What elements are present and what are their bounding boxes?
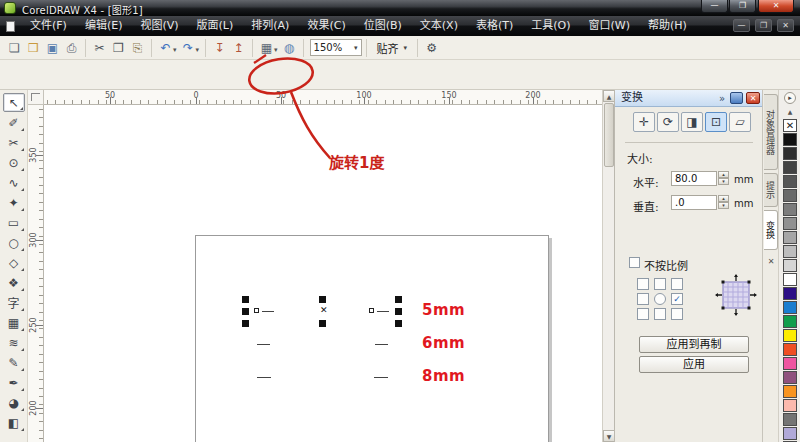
color-swatch[interactable]	[783, 133, 797, 146]
palette-flyout-button[interactable]: ▸	[784, 92, 796, 104]
options-button[interactable]: ⚙	[422, 39, 441, 57]
color-swatch[interactable]	[783, 301, 797, 314]
print-button[interactable]: ⎙	[62, 39, 81, 57]
scrollbar-thumb[interactable]	[604, 103, 614, 167]
docker-tab-close-icon[interactable]: ✕	[766, 257, 776, 266]
document-minimize-button[interactable]: —	[733, 19, 750, 32]
menu-item[interactable]: 文件(F)	[21, 16, 76, 36]
window-maximize-button[interactable]: ❐	[729, 0, 756, 13]
transform-scale-mirror-button[interactable]: ◨	[681, 112, 703, 132]
freehand-tool[interactable]: ∿	[3, 173, 25, 192]
horizontal-size-stepper[interactable]: ▴▾	[718, 171, 729, 185]
color-swatch[interactable]	[783, 161, 797, 174]
no-color-swatch[interactable]: ✕	[783, 119, 797, 132]
color-swatch[interactable]	[783, 385, 797, 398]
docker-flyout-icon[interactable]: »	[719, 91, 725, 107]
ruler-origin[interactable]	[28, 90, 44, 105]
selection-handle[interactable]	[319, 296, 326, 303]
snap-to-dropdown[interactable]: 贴齐 ▾	[371, 39, 414, 57]
polygon-tool[interactable]: ◇	[3, 253, 25, 272]
color-swatch[interactable]	[783, 329, 797, 342]
color-swatch[interactable]	[783, 217, 797, 230]
selection-handle[interactable]	[395, 308, 402, 315]
line-5mm[interactable]	[377, 311, 389, 312]
line-6mm[interactable]	[257, 344, 270, 345]
ellipse-tool[interactable]: ○	[3, 233, 25, 252]
menu-item[interactable]: 帮助(H)	[639, 16, 696, 36]
color-swatch[interactable]	[783, 343, 797, 356]
selection-handle[interactable]	[242, 308, 249, 315]
vertical-ruler[interactable]: 350300250200	[28, 105, 44, 442]
open-button[interactable]: ❒	[24, 39, 43, 57]
color-swatch[interactable]	[783, 175, 797, 188]
horizontal-size-field[interactable]	[671, 171, 717, 186]
eyedropper-tool[interactable]: ✎	[3, 353, 25, 372]
vertical-size-field[interactable]	[671, 195, 717, 210]
line-5mm[interactable]	[262, 311, 274, 312]
palette-scroll-up-icon[interactable]: ▲	[784, 107, 796, 116]
window-minimize-button[interactable]: —	[701, 0, 728, 13]
color-swatch[interactable]	[783, 245, 797, 258]
text-tool[interactable]: 字	[3, 293, 25, 312]
menu-item[interactable]: 排列(A)	[242, 16, 298, 36]
horizontal-ruler[interactable]: 50050100150200	[44, 90, 602, 105]
menu-item[interactable]: 视图(V)	[131, 16, 187, 36]
chevron-down-icon[interactable]: ▾	[196, 46, 200, 54]
new-button[interactable]: ❏	[5, 39, 24, 57]
docker-tab-3[interactable]: 变换	[764, 210, 778, 250]
rectangle-tool[interactable]: ▭	[3, 213, 25, 232]
anchor-point-checkbox[interactable]	[654, 308, 666, 320]
zoom-level-select[interactable]: 150% ▾	[310, 39, 362, 56]
menu-item[interactable]: 效果(C)	[298, 16, 354, 36]
menu-item[interactable]: 窗口(W)	[580, 16, 639, 36]
menu-item[interactable]: 工具(O)	[522, 16, 579, 36]
fill-tool[interactable]: ◕	[3, 393, 25, 412]
menu-item[interactable]: 编辑(E)	[76, 16, 132, 36]
transform-size-button[interactable]: ⊡	[705, 112, 727, 132]
anchor-point-checkbox[interactable]	[671, 308, 683, 320]
color-swatch[interactable]	[783, 189, 797, 202]
basic-shapes-tool[interactable]: ❖	[3, 273, 25, 292]
anchor-point-checkbox[interactable]	[654, 278, 666, 290]
selection-handle[interactable]	[319, 320, 326, 327]
interactive-blend-tool[interactable]: ≋	[3, 333, 25, 352]
docker-close-button[interactable]: ✕	[746, 92, 760, 104]
anchor-point-checkbox[interactable]	[671, 278, 683, 290]
color-swatch[interactable]	[783, 259, 797, 272]
docker-tab-2[interactable]: 提示	[764, 173, 778, 207]
window-close-button[interactable]: ✕	[758, 0, 794, 13]
smart-fill-tool[interactable]: ✦	[3, 193, 25, 212]
paste-button[interactable]: ⎘	[128, 39, 147, 57]
document-close-button[interactable]: ✕	[777, 19, 794, 32]
menu-item[interactable]: 表格(T)	[467, 16, 522, 36]
docker-tab-1[interactable]: 对象管理器	[764, 94, 778, 170]
chevron-down-icon[interactable]: ▾	[173, 46, 177, 54]
selection-handle[interactable]	[395, 320, 402, 327]
drawing-canvas[interactable]: ✕ 5mm 6mm 8mm	[44, 105, 602, 442]
selection-handle[interactable]	[395, 296, 402, 303]
menu-item[interactable]: 版面(L)	[188, 16, 243, 36]
line-8mm[interactable]	[374, 377, 388, 378]
nonproportional-checkbox[interactable]	[629, 257, 640, 268]
copy-button[interactable]: ❐	[109, 39, 128, 57]
line-node[interactable]	[369, 308, 374, 313]
chevron-down-icon[interactable]: ▾	[274, 46, 278, 54]
anchor-point-checkbox[interactable]	[637, 278, 649, 290]
pick-tool[interactable]: ↖	[3, 93, 25, 112]
vertical-scrollbar[interactable]: ▲ ▼	[602, 90, 614, 442]
document-restore-button[interactable]: ❐	[755, 19, 772, 32]
corel-online-button[interactable]: ◍	[280, 39, 299, 57]
color-swatch[interactable]	[783, 413, 797, 426]
shape-tool[interactable]: ✐	[3, 113, 25, 132]
color-swatch[interactable]	[783, 371, 797, 384]
color-swatch[interactable]	[783, 427, 797, 440]
transform-position-button[interactable]: ✛	[633, 112, 655, 132]
outline-pen-tool[interactable]: ✒	[3, 373, 25, 392]
color-swatch[interactable]	[783, 147, 797, 160]
color-swatch[interactable]	[783, 287, 797, 300]
color-swatch[interactable]	[783, 231, 797, 244]
export-button[interactable]: ↥	[229, 39, 248, 57]
menu-item[interactable]: 文本(X)	[411, 16, 467, 36]
import-button[interactable]: ↧	[210, 39, 229, 57]
color-swatch[interactable]	[783, 273, 797, 286]
